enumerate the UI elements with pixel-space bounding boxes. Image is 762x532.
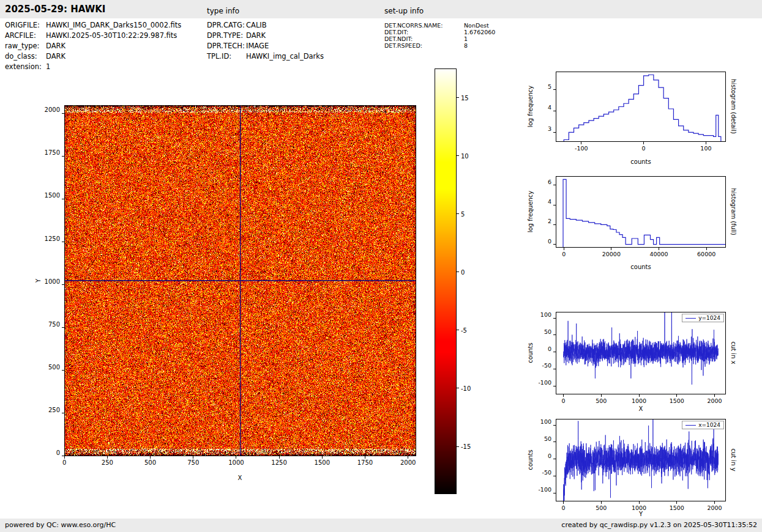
image-x-axis-label: X [238, 475, 242, 481]
tick-mark [457, 272, 459, 272]
tick-mark [706, 142, 706, 144]
tick-label: 15 [461, 94, 469, 101]
tick-mark [457, 388, 459, 388]
tick-mark [714, 394, 715, 397]
tick-label: 0 [548, 237, 551, 244]
tick-label: 500 [48, 363, 60, 370]
cut-in-x-canvas [556, 312, 726, 394]
info-row: DET.RSPEED:8 [384, 42, 495, 49]
info-value: 1 [46, 62, 50, 71]
tick-mark [553, 132, 556, 133]
tick-label: 750 [48, 320, 60, 327]
info-row: DPR.TECH:IMAGE [207, 41, 324, 51]
info-label: DPR.CATG: [207, 20, 246, 31]
tick-label: 500 [596, 504, 607, 511]
colorbar: 151050-5-10-15 [435, 68, 457, 494]
info-row: DET.DIT:1.6762060 [384, 29, 495, 35]
tick-mark [601, 501, 602, 504]
tick-label: 6 [548, 178, 551, 185]
tick-mark [643, 142, 644, 144]
histogram-full-canvas [556, 176, 726, 248]
tick-label: 1250 [271, 459, 286, 466]
tick-mark [581, 142, 581, 144]
cut-in-y-plot: x=1024 0500100015002000-100-50050100 [556, 419, 726, 501]
hist-detail-xlabel: counts [630, 158, 651, 165]
tick-label: 40000 [649, 251, 668, 257]
tick-mark [553, 459, 556, 459]
info-label: DPR.TYPE: [207, 31, 246, 41]
tick-mark [457, 446, 459, 447]
tick-label: 2000 [45, 106, 60, 113]
tick-mark [62, 156, 64, 157]
info-label: DET.DIT: [384, 29, 464, 35]
tick-mark [408, 456, 408, 459]
info-value: HAWKI.2025-05-30T10:22:29.987.fits [46, 31, 177, 40]
cutx-right-label: cut in x [730, 341, 737, 364]
tick-label: 0 [56, 449, 60, 456]
tick-mark [611, 248, 611, 250]
hist-detail-ylabel: log frequency [527, 86, 534, 128]
tick-mark [193, 456, 193, 459]
tick-label: 20000 [602, 251, 621, 257]
footer-left-text: powered by QC: www.eso.org/HC [5, 521, 116, 529]
cutx-legend: y=1024 [682, 314, 724, 322]
tick-label: 1000 [632, 397, 646, 404]
tick-mark [601, 394, 602, 397]
file-info-block: ORIGFILE:HAWKI_IMG_DARK_Darks150_0002.fi… [5, 20, 181, 72]
info-row: TPL.ID:HAWKI_img_cal_Darks [207, 51, 324, 62]
legend-line-icon [685, 318, 696, 319]
tick-label: 2 [548, 218, 551, 224]
tick-mark [457, 97, 459, 98]
info-row: DPR.TYPE:DARK [207, 31, 324, 41]
cut-in-x-plot: y=1024 0500100015002000-100-50050100 [556, 312, 726, 394]
info-label: raw_type: [5, 41, 46, 51]
tick-label: -50 [542, 362, 551, 369]
dark-frame-canvas [64, 105, 416, 456]
info-label: ORIGFILE: [5, 20, 46, 31]
dark-frame-heatmap: 0250500750100012501500175020000250500750… [64, 105, 416, 456]
tick-label: 0 [461, 268, 465, 275]
tick-label: 1500 [45, 192, 60, 199]
tick-mark [676, 394, 677, 397]
info-value: 1.6762060 [464, 29, 495, 35]
cuty-xlabel: Y [639, 511, 643, 517]
tick-mark [322, 456, 323, 459]
tick-label: 1500 [670, 504, 684, 511]
info-label: ARCFILE: [5, 31, 46, 41]
tick-label: 250 [48, 406, 60, 413]
tick-label: 60000 [697, 251, 715, 257]
tick-mark [62, 456, 64, 456]
tick-mark [553, 441, 556, 442]
tick-label: 0 [562, 504, 566, 511]
tick-mark [457, 155, 459, 156]
info-value: NonDest [464, 22, 489, 29]
type-info-block: DPR.CATG:CALIB DPR.TYPE:DARK DPR.TECH:IM… [207, 20, 324, 62]
legend-text: x=1024 [698, 422, 720, 428]
tick-mark [553, 224, 556, 225]
tick-label: 50 [544, 328, 551, 334]
cuty-right-label: cut in y [730, 448, 737, 471]
cuty-ylabel: counts [527, 449, 534, 470]
tick-label: 500 [596, 397, 607, 404]
legend-text: y=1024 [698, 315, 720, 321]
tick-mark [714, 501, 715, 504]
setup-info-heading: set-up info [384, 7, 424, 15]
tick-mark [553, 205, 556, 205]
info-value: CALIB [246, 21, 267, 29]
tick-label: -100 [575, 145, 588, 152]
tick-label: 1750 [357, 459, 373, 466]
legend-line-icon [685, 425, 696, 426]
tick-mark [553, 493, 556, 493]
histogram-detail: -1000100345 [556, 72, 726, 142]
histogram-full: 02000040000600000246 [556, 176, 726, 248]
tick-mark [279, 456, 280, 459]
tick-mark [150, 456, 151, 459]
tick-label: 5 [548, 83, 551, 89]
info-value: HAWKI_IMG_DARK_Darks150_0002.fits [46, 21, 181, 29]
tick-label: 100 [540, 311, 551, 318]
tick-label: 4 [548, 198, 551, 205]
tick-mark [553, 334, 556, 335]
page-title: 2025-05-29: HAWKI [5, 4, 105, 15]
info-value: DARK [246, 31, 266, 40]
setup-info-block: DET.NCORRS.NAME:NonDest DET.DIT:1.676206… [384, 22, 495, 49]
